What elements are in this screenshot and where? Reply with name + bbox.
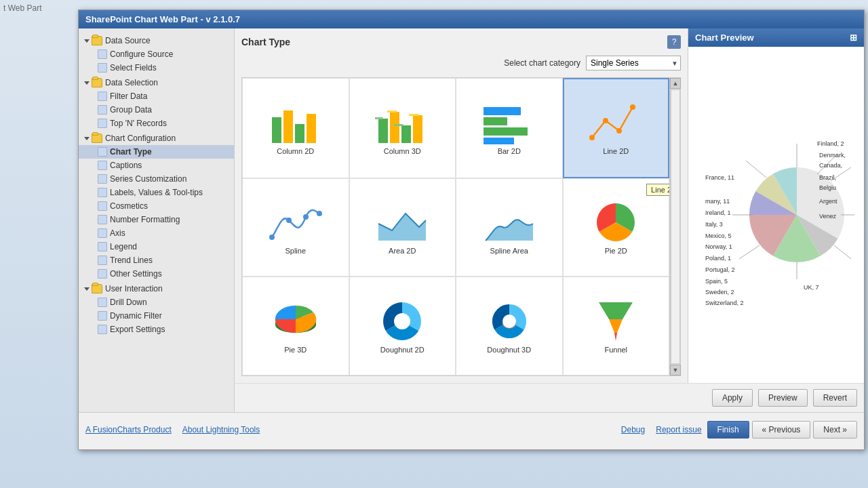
sidebar-item-labels-values-tooltips[interactable]: Labels, Values & Tool-tips [79,186,234,199]
svg-text:Italy, 3: Italy, 3 [705,221,723,228]
sidebar-item-dynamic-filter[interactable]: Dynamic Filter [79,309,234,323]
svg-point-18 [616,128,622,134]
bg-webpart-text: t Web Part [3,3,41,13]
preview-expand-icon[interactable]: ⊞ [850,33,857,43]
expand-icon-user-interaction [84,287,90,291]
svg-rect-3 [307,114,316,143]
scroll-down-button[interactable]: ▼ [670,365,681,375]
nav-item-icon [98,256,107,265]
chart-svg-bar-2d [482,104,536,144]
svg-text:UK, 7: UK, 7 [804,284,819,291]
chart-svg-doughnut-3d [482,299,536,343]
sidebar-item-drill-down[interactable]: Drill Down [79,296,234,309]
chart-item-spline[interactable]: Spline [242,178,349,277]
nav-item-icon [98,188,107,197]
sidebar-item-group-data[interactable]: Group Data [79,103,234,117]
svg-text:Ireland, 1: Ireland, 1 [705,209,731,216]
chart-item-pie-3d[interactable]: Pie 3D [242,277,349,375]
chart-grid: Column 2D [241,77,670,376]
svg-point-19 [630,104,635,110]
nav-item-icon [98,311,107,321]
finish-button[interactable]: Finish [707,421,749,439]
scroll-up-button[interactable]: ▲ [670,78,681,89]
svg-rect-1 [283,110,293,143]
chart-item-column-2d[interactable]: Column 2D [242,78,349,178]
chart-thumb-doughnut-3d [479,299,540,343]
sidebar-item-axis[interactable]: Axis [79,226,234,240]
nav-item-label-other-settings: Other Settings [110,269,162,279]
fusion-charts-link[interactable]: A FusionCharts Product [85,425,172,434]
chart-item-spline-area[interactable]: Spline Area [456,178,563,277]
chart-label-funnel: Funnel [604,346,627,354]
nav-group-label-data-selection: Data Selection [105,78,158,87]
chart-item-area-2d[interactable]: Area 2D [349,178,456,277]
chart-item-column-3d[interactable]: Column 3D [349,78,456,178]
svg-text:many, 11: many, 11 [705,198,730,205]
about-lightning-link[interactable]: About Lightning Tools [182,425,260,434]
svg-rect-13 [484,117,507,125]
nav-item-label-dynamic-filter: Dynamic Filter [110,311,162,321]
chart-item-doughnut-2d[interactable]: Doughnut 2D [349,277,456,375]
dialog-title: SharePoint Chart Web Part - v 2.1.0.7 [85,14,240,24]
expand-icon-chart-config [84,137,90,140]
action-links: Debug Report issue [621,425,702,434]
chart-thumb-bar-2d [479,100,540,144]
svg-rect-15 [484,138,514,144]
sidebar-item-export-settings[interactable]: Export Settings [79,323,234,336]
nav-group-header-data-source[interactable]: Data Source [79,34,234,47]
sidebar-item-top-n-records[interactable]: Top 'N' Records [79,117,234,130]
category-label: Select chart category [504,58,580,68]
panel-title: Chart Type [241,37,290,47]
chart-thumb-column-3d [372,100,433,144]
report-issue-link[interactable]: Report issue [656,425,701,434]
svg-rect-7 [387,110,397,113]
sidebar-item-cosmetics[interactable]: Cosmetics [79,199,234,213]
preview-button[interactable]: Preview [758,389,808,407]
chart-thumb-spline [265,200,326,244]
sidebar-item-series-customization[interactable]: Series Customization [79,172,234,186]
chart-item-line-2d[interactable]: Line 2D Line 2D [563,78,670,178]
nav-group-user-interaction: User Interaction Drill Down Dynamic Filt… [79,282,234,336]
debug-link[interactable]: Debug [621,425,645,434]
revert-button[interactable]: Revert [813,389,857,407]
nav-item-icon [98,228,107,238]
scroll-track[interactable] [671,89,680,364]
sidebar-item-configure-source[interactable]: Configure Source [79,47,234,61]
nav-group-header-data-selection[interactable]: Data Selection [79,76,234,89]
nav-item-label-group-data: Group Data [110,105,152,115]
sidebar-item-select-fields[interactable]: Select Fields [79,61,234,75]
category-select[interactable]: Single Series Multi Series Scroll Series… [586,56,681,70]
svg-text:Belgiu: Belgiu [819,184,836,191]
nav-buttons: Finish « Previous Next » [707,421,857,439]
chart-label-column-2d: Column 2D [277,147,314,155]
chart-item-pie-2d[interactable]: Pie 2D [563,178,670,277]
sidebar-item-other-settings[interactable]: Other Settings [79,267,234,281]
chart-item-doughnut-3d[interactable]: Doughnut 3D [456,277,563,375]
sidebar-item-number-formatting[interactable]: Number Formatting [79,213,234,226]
nav-group-header-user-interaction[interactable]: User Interaction [79,282,234,296]
svg-text:Mexico, 5: Mexico, 5 [705,232,732,239]
sidebar-item-chart-type[interactable]: Chart Type [79,145,234,159]
nav-group-header-chart-config[interactable]: Chart Configuration [79,131,234,145]
nav-item-icon [98,105,107,115]
chart-thumb-area-2d [372,200,433,244]
nav-item-icon [98,49,107,59]
next-button[interactable]: Next » [813,421,857,439]
sidebar-item-captions[interactable]: Captions [79,159,234,172]
previous-button[interactable]: « Previous [752,421,811,439]
help-button[interactable]: ? [667,35,681,49]
sidebar-item-trend-lines[interactable]: Trend Lines [79,253,234,267]
chart-item-funnel[interactable]: Funnel [563,277,670,375]
chart-label-column-3d: Column 3D [384,147,421,155]
right-area: Chart Type ? Select chart category Singl… [235,28,864,412]
svg-rect-9 [393,124,403,126]
chart-label-bar-2d: Bar 2D [498,147,521,155]
sidebar-item-legend[interactable]: Legend [79,240,234,253]
svg-rect-14 [484,127,528,136]
svg-text:Canada,: Canada, [819,162,842,169]
chart-grid-scrollbar: ▲ ▼ [670,77,681,376]
sidebar-item-filter-data[interactable]: Filter Data [79,89,234,103]
apply-button[interactable]: Apply [712,389,753,407]
chart-item-bar-2d[interactable]: Bar 2D [456,78,563,178]
content-area: Data Source Configure Source Select Fiel… [79,28,864,412]
